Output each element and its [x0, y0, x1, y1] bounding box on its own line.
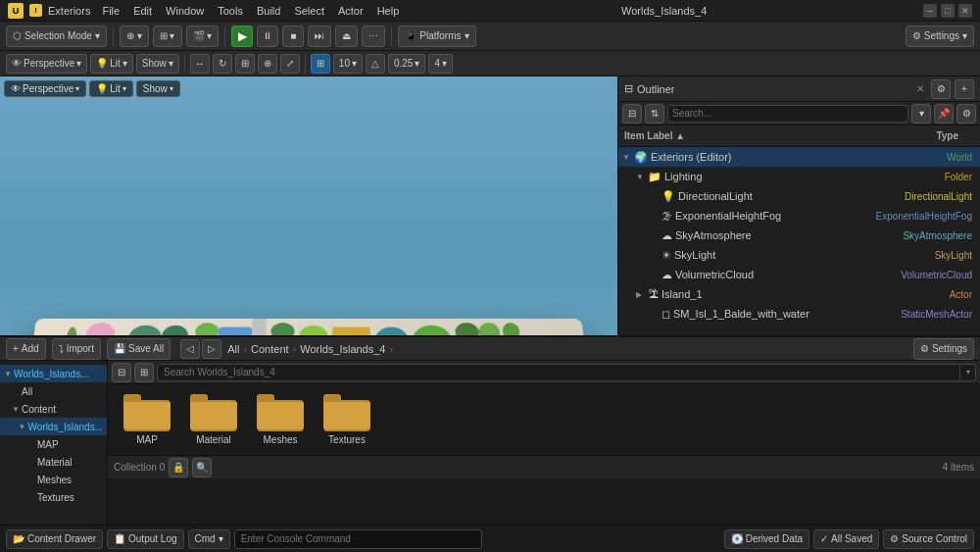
grid-size-button[interactable]: 10 ▾ [333, 54, 363, 74]
tree-item-island-1[interactable]: ▶🏝Island_1Actor [618, 284, 980, 304]
menu-edit[interactable]: Edit [127, 3, 158, 19]
menu-help[interactable]: Help [371, 3, 406, 19]
cb-import-button[interactable]: ⤵ Import [52, 338, 101, 360]
menu-actor[interactable]: Actor [332, 3, 369, 19]
perspective-badge[interactable]: 👁 Perspective ▾ [4, 80, 86, 97]
snap-angle-button[interactable]: △ [366, 54, 385, 74]
menu-build[interactable]: Build [251, 3, 286, 19]
menu-bar[interactable]: File Edit Window Tools Build Select Acto… [96, 3, 405, 19]
lit-button[interactable]: 💡 Lit ▾ [90, 54, 133, 74]
play-button[interactable]: ▶ [231, 25, 253, 47]
tree-item-volumetric-cloud[interactable]: ☁VolumetricCloudVolumetricCloud [618, 265, 980, 284]
cb-tree-item-1[interactable]: All [0, 382, 107, 400]
menu-tools[interactable]: Tools [212, 3, 249, 19]
cb-tree-item-4[interactable]: MAP [0, 435, 107, 453]
maximize-viewport-button[interactable]: ⤢ [280, 54, 300, 74]
snap-size-button[interactable]: 0.25 ▾ [388, 54, 425, 74]
window-controls[interactable]: ─ □ ✕ [923, 4, 972, 18]
perspective-button[interactable]: 👁 Perspective ▾ [6, 54, 87, 74]
collection-search-icon[interactable]: 🔍 [192, 458, 212, 477]
outliner-close-button[interactable]: ✕ [913, 82, 927, 96]
selection-mode-button[interactable]: ⬡ Selection Mode ▾ [6, 25, 107, 47]
tree-item-sm-island[interactable]: ◻SM_Isl_1_Balde_with_waterStaticMeshActo… [618, 304, 980, 324]
tree-item-exp-height-fog[interactable]: 🌫ExponentialHeightFogExponentialHeightFo… [618, 206, 980, 226]
outliner-add-button[interactable]: + [955, 79, 974, 99]
lit-badge[interactable]: 💡 Lit ▾ [89, 80, 133, 97]
vp-sep-2 [305, 54, 306, 74]
folder-item-meshes[interactable]: Meshes [251, 394, 310, 445]
snap-button[interactable]: ⊞ ▾ [153, 25, 182, 47]
cb-search-dropdown[interactable]: ▾ [960, 364, 976, 381]
content-browser-sidebar[interactable]: ▼Worlds_Islands...All▼Content▼Worlds_Isl… [0, 361, 108, 525]
outliner-settings-button[interactable]: ⚙ [931, 79, 951, 99]
tree-item-sky-atmosphere[interactable]: ☁SkyAtmosphereSkyAtmosphere [618, 226, 980, 245]
menu-window[interactable]: Window [160, 3, 210, 19]
minimize-button[interactable]: ─ [923, 4, 937, 18]
outliner-config-button[interactable]: ⚙ [956, 104, 976, 124]
camera-button[interactable]: 🎬 ▾ [186, 25, 220, 47]
menu-file[interactable]: File [96, 3, 125, 19]
cb-tree-item-0[interactable]: ▼Worlds_Islands... [0, 365, 107, 382]
cb-tree-item-3[interactable]: ▼Worlds_Islands... [0, 418, 107, 435]
fov-button[interactable]: 4 ▾ [428, 54, 453, 74]
more-button[interactable]: ⋯ [362, 25, 385, 47]
transform-button[interactable]: ⊕ ▾ [120, 25, 149, 47]
outliner-search-arrow[interactable]: ▾ [911, 104, 931, 124]
source-control-button[interactable]: ⚙ Source Control [883, 529, 974, 549]
output-log-button[interactable]: 📋 Output Log [107, 529, 183, 549]
show-button[interactable]: Show ▾ [136, 54, 179, 74]
save-status-button[interactable]: ✓ All Saved [813, 529, 879, 549]
outliner-pin-button[interactable]: 📌 [934, 104, 954, 124]
title-bar: U ! Exteriors File Edit Window Tools Bui… [0, 0, 980, 22]
cb-tree-item-6[interactable]: Meshes [0, 471, 107, 488]
content-drawer-button[interactable]: 📂 Content Drawer [6, 529, 103, 549]
dropdown-arrow: ▾ [95, 30, 100, 41]
cb-save-button[interactable]: 💾 Save All [107, 338, 171, 360]
cb-content-toolbar: ⊟ ⊞ ▾ [108, 361, 980, 384]
path-content[interactable]: Content [251, 343, 289, 355]
tree-item-directional-light[interactable]: 💡DirectionalLightDirectionalLight [618, 186, 980, 206]
console-input[interactable] [234, 529, 482, 549]
cb-settings-button[interactable]: ⚙ Settings [913, 338, 974, 360]
cb-nav-fwd[interactable]: ▷ [202, 339, 221, 359]
skip-button[interactable]: ⏭ [308, 25, 331, 47]
path-all[interactable]: All [227, 343, 239, 355]
cb-add-button[interactable]: + Add [6, 338, 46, 360]
outliner-sort-button[interactable]: ⇅ [645, 104, 664, 124]
cb-tree-item-7[interactable]: Textures [0, 488, 107, 506]
cb-nav-back[interactable]: ◁ [180, 339, 200, 359]
outliner-search-input[interactable] [667, 105, 908, 123]
folder-item-material[interactable]: Material [184, 394, 243, 445]
tree-item-exteriors-editor[interactable]: ▼🌍Exteriors (Editor)World [618, 147, 980, 167]
derived-data-button[interactable]: 💽 Derived Data [724, 529, 809, 549]
pause-button[interactable]: ⏸ [257, 25, 278, 47]
eject-button[interactable]: ⏏ [335, 25, 358, 47]
maximize-button[interactable]: □ [941, 4, 955, 18]
cmd-button[interactable]: Cmd ▾ [188, 529, 230, 549]
folder-tab [323, 394, 341, 402]
cb-filter-button[interactable]: ⊟ [112, 363, 131, 382]
scale-tool-button[interactable]: ⊞ [235, 54, 255, 74]
collection-lock-icon[interactable]: 🔒 [169, 458, 188, 477]
cb-tree-item-2[interactable]: ▼Content [0, 400, 107, 418]
transform-world-button[interactable]: ⊕ [258, 54, 277, 74]
folder-item-textures[interactable]: Textures [318, 394, 376, 445]
path-project[interactable]: Worlds_Islands_4 [300, 343, 385, 355]
close-button[interactable]: ✕ [958, 4, 972, 18]
cb-tree-item-5[interactable]: Material [0, 453, 107, 471]
menu-select[interactable]: Select [288, 3, 330, 19]
settings-button[interactable]: ⚙ Settings ▾ [906, 25, 974, 47]
tree-item-lighting-folder[interactable]: ▼📁LightingFolder [618, 167, 980, 186]
cb-view-button[interactable]: ⊞ [134, 363, 154, 382]
folder-tab [257, 394, 274, 402]
folder-item-map[interactable]: MAP [118, 394, 176, 445]
outliner-filter-button[interactable]: ⊟ [622, 104, 642, 124]
cb-search-input[interactable] [157, 364, 960, 381]
tree-item-sky-light[interactable]: ☀SkyLightSkyLight [618, 245, 980, 265]
rotate-tool-button[interactable]: ↻ [213, 54, 232, 74]
platforms-button[interactable]: 📱 Platforms ▾ [398, 25, 475, 47]
stop-button[interactable]: ■ [282, 25, 304, 47]
move-tool-button[interactable]: ↔ [190, 54, 210, 74]
show-badge[interactable]: Show ▾ [136, 80, 180, 97]
grid-toggle-button[interactable]: ⊞ [311, 54, 330, 74]
